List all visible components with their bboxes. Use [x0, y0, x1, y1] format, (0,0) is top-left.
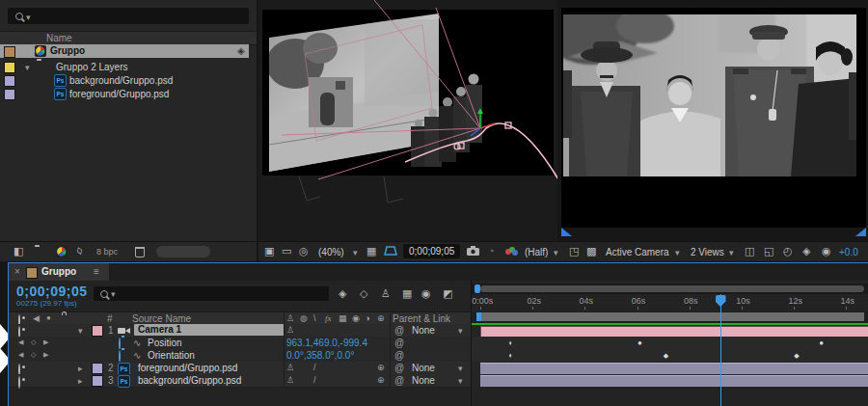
viewer-active-camera[interactable] — [559, 0, 868, 241]
label-chip[interactable] — [4, 75, 15, 87]
project-row-composition[interactable]: Gruppo ◈ — [0, 44, 249, 58]
keyframe-circle[interactable] — [637, 337, 642, 349]
goggles-icon[interactable]: ◎ — [299, 246, 309, 257]
time-navigator[interactable] — [472, 284, 868, 294]
close-icon[interactable]: × — [14, 266, 20, 277]
new-composition-icon[interactable] — [56, 246, 68, 259]
property-value[interactable]: 963.1,469.0,-999.4 — [286, 338, 367, 348]
layer-name[interactable]: Camera 1 — [134, 324, 285, 336]
shy-toggle[interactable]: ♙ — [286, 325, 294, 335]
quality-toggle[interactable]: / — [313, 363, 316, 372]
3d-layer-toggle[interactable]: ⊕ — [377, 375, 385, 385]
property-row-orientation[interactable]: ◀ ◇ ▶ ∿ Orientation 0.0°,358.0°,0.0° @ — [9, 349, 472, 363]
playhead-line[interactable] — [720, 294, 722, 406]
layer-row-camera[interactable]: ▾ 1 Camera 1 ♙ @ None ▾ — [9, 324, 472, 338]
keyframe-circle[interactable] — [819, 337, 824, 349]
quality-toggle[interactable]: / — [313, 375, 316, 385]
project-row-psd[interactable]: Ps foreground/Gruppo.psd — [0, 88, 257, 100]
prev-keyframe-icon[interactable]: ◀ — [18, 338, 23, 346]
label-chip[interactable] — [4, 62, 15, 73]
parent-pickwhip-icon[interactable]: @ — [394, 375, 404, 386]
3d-view-select[interactable]: Active Camera — [606, 247, 669, 257]
pickwhip-icon[interactable]: @ — [394, 338, 404, 348]
3d-layer-toggle[interactable]: ⊕ — [377, 363, 385, 372]
region-of-interest-icon[interactable]: ◳ — [569, 246, 579, 257]
layer-row-background[interactable]: ▸ 3 Ps background/Gruppo.psd ♙ / ⊕ @ Non… — [9, 374, 472, 388]
graph-editor-icon[interactable]: ◩ — [443, 288, 452, 299]
renderer-icon[interactable]: ◊ — [75, 245, 84, 257]
property-name[interactable]: Orientation — [148, 350, 195, 361]
parent-select[interactable]: None — [412, 375, 435, 386]
panel-menu-icon[interactable]: ≡ — [94, 266, 99, 277]
magnification-select[interactable]: (40%) — [318, 247, 344, 257]
work-area-bar[interactable] — [480, 312, 864, 321]
project-search-input[interactable]: ▾ — [8, 8, 249, 24]
label-chip[interactable] — [92, 363, 103, 374]
layer-row-foreground[interactable]: ▸ 2 Ps foreground/Gruppo.psd ♙ / ⊕ @ Non… — [9, 362, 472, 375]
next-keyframe-icon[interactable]: ▶ — [43, 351, 48, 359]
interpret-footage-icon[interactable]: ◧ — [14, 246, 23, 257]
label-chip[interactable] — [4, 89, 15, 100]
shy-toggle[interactable]: ♙ — [286, 375, 294, 385]
shy-toggle[interactable]: ♙ — [286, 363, 294, 372]
pickwhip-icon[interactable]: @ — [394, 350, 404, 361]
background-layer-bar[interactable] — [480, 375, 868, 387]
grid-guides-icon[interactable]: ▦ — [366, 246, 376, 257]
parent-select[interactable]: None — [412, 363, 435, 373]
mini-flowchart-icon[interactable]: ◈ — [339, 288, 346, 299]
prev-keyframe-icon[interactable]: ◀ — [18, 351, 23, 359]
mask-visibility-icon[interactable] — [384, 246, 397, 258]
property-value[interactable]: 0.0°,358.0°,0.0° — [286, 350, 354, 361]
label-chip[interactable] — [92, 375, 103, 387]
draft-3d-icon[interactable]: ◇ — [360, 288, 367, 299]
always-preview-icon[interactable]: ▣ — [264, 246, 274, 257]
eye-icon[interactable] — [18, 376, 20, 389]
scrollbar-thumb[interactable] — [156, 246, 210, 257]
navigator-bar[interactable] — [480, 285, 864, 292]
view-layout-select[interactable]: 2 Views — [691, 247, 724, 257]
current-timecode[interactable]: 0;00;09;05 — [16, 284, 88, 299]
timeline-search-input[interactable]: ▾ — [94, 286, 329, 301]
exposure-value[interactable]: +0.0 — [839, 247, 858, 257]
snapshot-camera-icon[interactable] — [467, 246, 479, 257]
keyframe-diamond[interactable] — [664, 349, 668, 362]
time-ruler[interactable]: 0:00s02s04s06s08s10s12s14s — [472, 294, 868, 312]
timeline-tab[interactable]: × Gruppo ≡ — [9, 263, 109, 281]
hide-shy-layers-icon[interactable]: ♙ — [381, 288, 391, 299]
chevron-right-icon[interactable]: ▸ — [78, 376, 83, 386]
comp-flowchart-icon[interactable]: ◈ — [802, 246, 810, 257]
add-keyframe-icon[interactable]: ◇ — [31, 351, 36, 359]
main-viewer-icon[interactable]: ▭ — [282, 246, 291, 257]
parent-pickwhip-icon[interactable]: @ — [394, 325, 404, 336]
show-snapshot-icon[interactable]: ◔ — [488, 246, 495, 257]
foreground-layer-bar[interactable] — [480, 363, 868, 374]
pixel-aspect-correction-icon[interactable]: ◱ — [764, 246, 773, 257]
reset-exposure-icon[interactable]: ◉ — [822, 246, 831, 257]
layer-name[interactable]: background/Gruppo.psd — [138, 375, 241, 386]
project-row-psd[interactable]: Ps background/Gruppo.psd — [0, 74, 257, 87]
label-chip[interactable] — [4, 46, 15, 58]
share-view-options-icon[interactable]: ◫ — [745, 246, 754, 257]
keyframe-half[interactable] — [508, 349, 513, 362]
chevron-down-icon[interactable]: ▾ — [25, 63, 30, 72]
label-chip[interactable] — [92, 325, 103, 337]
add-keyframe-icon[interactable]: ◇ — [31, 338, 36, 346]
orientation-keyframe-track[interactable] — [472, 349, 868, 363]
trash-icon[interactable] — [135, 247, 145, 257]
property-name[interactable]: Position — [148, 338, 182, 348]
comp-timecode[interactable]: 0;00;09;05 — [403, 244, 460, 258]
transparency-grid-icon[interactable]: ▩ — [586, 246, 596, 257]
layer-name[interactable]: foreground/Gruppo.psd — [138, 363, 237, 373]
viewer-custom-view[interactable] — [258, 0, 557, 241]
parent-pickwhip-icon[interactable]: @ — [394, 363, 404, 373]
work-area-start-handle[interactable] — [476, 312, 481, 321]
navigator-handle[interactable] — [475, 284, 480, 293]
parent-select[interactable]: None — [412, 325, 435, 336]
frame-blending-icon[interactable]: ▦ — [402, 288, 412, 299]
fast-previews-icon[interactable]: ◴ — [783, 246, 793, 257]
property-row-position[interactable]: ◀ ◇ ▶ ∿ Position 963.1,469.0,-999.4 @ — [9, 337, 472, 350]
motion-blur-icon[interactable]: ◉ — [421, 288, 431, 299]
next-keyframe-icon[interactable]: ▶ — [43, 338, 48, 346]
chevron-down-icon[interactable]: ▾ — [78, 326, 83, 336]
position-keyframe-track[interactable] — [472, 337, 868, 350]
